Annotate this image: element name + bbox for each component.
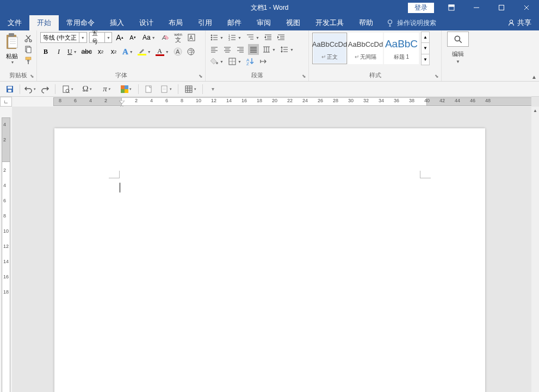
borders-button[interactable]: ▼ xyxy=(227,56,243,67)
format-painter-button[interactable] xyxy=(23,55,34,65)
svg-rect-11 xyxy=(9,33,14,36)
margin-corner-tl xyxy=(109,171,120,178)
find-button[interactable] xyxy=(447,32,469,47)
enclose-char-button[interactable]: 字 xyxy=(185,46,196,57)
undo-button[interactable]: ▾ xyxy=(23,83,36,95)
font-size-combo[interactable]: 五号▼ xyxy=(89,32,112,43)
tab-review[interactable]: 审阅 xyxy=(249,15,278,30)
align-justify-button[interactable] xyxy=(248,44,259,55)
tell-me-search[interactable]: 操作说明搜索 xyxy=(381,15,442,30)
print-preview-button[interactable]: ▾ xyxy=(59,83,76,95)
svg-line-87 xyxy=(459,40,462,43)
style-heading-1[interactable]: AaBbC 标题 1 xyxy=(384,33,419,64)
numbering-button[interactable]: 123▼ xyxy=(227,32,243,43)
align-center-button[interactable] xyxy=(222,44,233,55)
quick-access-toolbar: ▾ ▾ Ω▾ π▾ ▾ ▾ ▾ ▾ xyxy=(0,82,539,97)
svg-rect-89 xyxy=(8,86,12,89)
grow-font-button[interactable]: A▴ xyxy=(114,32,125,43)
underline-button[interactable]: U▼ xyxy=(66,46,78,57)
svg-line-93 xyxy=(69,92,70,93)
copy-button[interactable] xyxy=(23,45,34,54)
tab-help[interactable]: 帮助 xyxy=(351,15,381,30)
page[interactable] xyxy=(54,128,485,392)
tab-developer[interactable]: 开发工具 xyxy=(308,15,351,30)
collapse-ribbon-button[interactable]: ▲ xyxy=(531,74,537,80)
italic-button[interactable]: I xyxy=(53,46,64,57)
align-left-button[interactable] xyxy=(209,44,220,55)
style-scroll-down[interactable]: ▼ xyxy=(422,43,429,54)
vertical-scrollbar[interactable]: ▲ xyxy=(531,107,539,392)
char-border-button[interactable]: A xyxy=(186,32,197,43)
save-button[interactable] xyxy=(3,83,16,95)
change-case-button[interactable]: Aa▼ xyxy=(140,32,158,43)
styles-launcher[interactable]: ⬊ xyxy=(433,73,440,79)
char-shading-button[interactable]: A xyxy=(172,46,183,57)
increase-indent-button[interactable] xyxy=(276,32,287,43)
decrease-indent-button[interactable] xyxy=(263,32,274,43)
text-effects-button[interactable]: A▼ xyxy=(121,46,134,57)
font-color-button[interactable]: A▼ xyxy=(154,46,170,57)
svg-point-16 xyxy=(25,40,27,42)
strikethrough-button[interactable]: abc xyxy=(80,46,93,57)
qat-customize-button[interactable]: ▾ xyxy=(206,83,219,95)
horizontal-ruler[interactable]: 8642246810121416182022242628303234363840… xyxy=(12,97,531,107)
tab-file[interactable]: 文件 xyxy=(0,15,29,30)
align-distribute-button[interactable]: ▼ xyxy=(261,44,277,55)
shrink-font-button[interactable]: A▾ xyxy=(127,32,138,43)
cut-button[interactable] xyxy=(23,34,34,43)
share-button[interactable]: 共享 xyxy=(500,15,539,30)
tab-frequent[interactable]: 常用命令 xyxy=(59,15,102,30)
new-doc-button[interactable] xyxy=(142,83,155,95)
group-clipboard: 粘贴 ▼ 剪贴板 ⬊ xyxy=(0,30,37,81)
paragraph-launcher[interactable]: ⬊ xyxy=(301,73,307,79)
bold-button[interactable]: B xyxy=(40,46,51,57)
subscript-button[interactable]: x2 xyxy=(95,46,106,57)
svg-line-18 xyxy=(27,35,30,40)
font-launcher[interactable]: ⬊ xyxy=(197,73,204,79)
table-button[interactable]: ▾ xyxy=(182,83,199,95)
svg-rect-22 xyxy=(26,57,31,60)
line-spacing-button[interactable]: ▼ xyxy=(279,44,295,55)
style-scroll-up[interactable]: ▲ xyxy=(422,32,429,43)
superscript-button[interactable]: x2 xyxy=(108,46,119,57)
ribbon-display-options-button[interactable] xyxy=(439,0,464,15)
tab-design[interactable]: 设计 xyxy=(132,15,161,30)
multilevel-list-button[interactable]: ▼ xyxy=(245,32,261,43)
tab-references[interactable]: 引用 xyxy=(190,15,220,30)
maximize-button[interactable] xyxy=(489,0,514,15)
align-right-button[interactable] xyxy=(235,44,246,55)
new-from-template-button[interactable]: ▾ xyxy=(157,83,175,95)
show-marks-button[interactable] xyxy=(258,56,269,67)
style-gallery-more[interactable]: ▼ xyxy=(422,54,429,65)
style-no-spacing[interactable]: AaBbCcDd ↵ 无间隔 xyxy=(348,33,383,64)
tab-insert[interactable]: 插入 xyxy=(102,15,132,30)
style-normal[interactable]: AaBbCcDd ↵ 正文 xyxy=(312,33,347,64)
paste-button[interactable]: 粘贴 ▼ xyxy=(2,32,22,65)
bullets-button[interactable]: ▼ xyxy=(209,32,225,43)
tab-selector[interactable]: ∟ xyxy=(0,97,12,107)
tab-home[interactable]: 开始 xyxy=(29,15,59,30)
svg-point-32 xyxy=(211,35,212,36)
phonetic-guide-button[interactable]: wén文 xyxy=(173,32,184,43)
document-area[interactable] xyxy=(12,107,531,392)
document-title: 文档1 - Word xyxy=(251,3,289,13)
tab-view[interactable]: 视图 xyxy=(278,15,308,30)
tab-mailings[interactable]: 邮件 xyxy=(220,15,249,30)
minimize-button[interactable] xyxy=(464,0,489,15)
shading-button[interactable]: ▼ xyxy=(209,56,225,67)
clear-format-button[interactable]: A xyxy=(160,32,171,43)
login-button[interactable]: 登录 xyxy=(407,2,435,14)
redo-button[interactable] xyxy=(39,83,52,95)
vertical-ruler[interactable]: 4224681012141618 xyxy=(0,107,12,392)
equation-button[interactable]: π▾ xyxy=(98,83,115,95)
symbol-button[interactable]: Ω▾ xyxy=(78,83,96,95)
tab-layout[interactable]: 布局 xyxy=(161,15,190,30)
scroll-up-button[interactable]: ▲ xyxy=(531,107,539,114)
font-family-combo[interactable]: 等线 (中文正▼ xyxy=(40,32,87,43)
editing-dropdown[interactable]: ▼ xyxy=(456,59,460,64)
clipboard-launcher[interactable]: ⬊ xyxy=(29,73,35,79)
color-swatch-button[interactable]: ▾ xyxy=(117,83,135,95)
close-button[interactable] xyxy=(514,0,539,15)
highlight-button[interactable]: ▼ xyxy=(137,46,152,57)
sort-button[interactable]: AZ xyxy=(245,56,256,67)
